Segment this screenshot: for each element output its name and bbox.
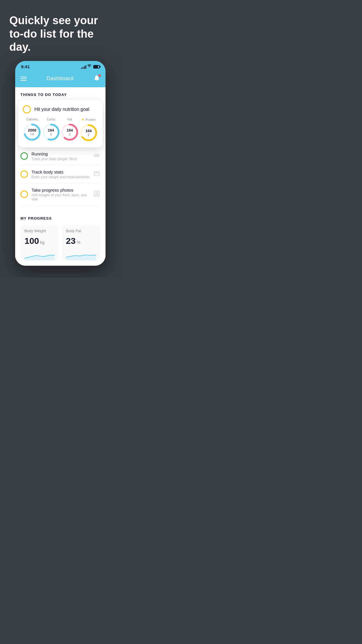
calories-unit: cal: [28, 132, 36, 136]
running-checkbox[interactable]: [20, 152, 28, 160]
carbs-donut: 164 g: [42, 123, 60, 141]
progress-cards: Body Weight 100 kg: [20, 225, 100, 266]
running-title: Running: [31, 151, 90, 156]
menu-button[interactable]: [20, 77, 27, 81]
carbs-value: 164: [48, 128, 54, 132]
status-bar: 9:41: [15, 61, 106, 71]
nutrition-circles: Calories 2000 cal: [23, 118, 98, 142]
progress-title: MY PROGRESS: [20, 216, 100, 220]
calories-donut: 2000 cal: [23, 123, 41, 141]
nutrition-calories: Calories 2000 cal: [23, 118, 41, 141]
todo-item-progress-photos[interactable]: Take progress photos Add images of your …: [20, 183, 100, 206]
battery-icon: [93, 65, 100, 69]
person-icon: [93, 190, 100, 199]
fat-label: Fat: [67, 118, 72, 121]
body-fat-card: Body Fat 23 %: [62, 225, 100, 260]
calories-value: 2000: [28, 128, 36, 132]
body-fat-value: 23: [66, 236, 75, 246]
nav-bar: Dashboard: [15, 71, 106, 87]
todo-item-body-stats[interactable]: Track body stats Enter your weight and m…: [20, 165, 100, 183]
body-fat-card-title: Body Fat: [66, 229, 96, 233]
body-weight-card-title: Body Weight: [24, 229, 55, 233]
things-to-do-section: THINGS TO DO TODAY: [15, 87, 106, 100]
protein-unit: g: [85, 133, 92, 136]
phone-mockup: 9:41: [15, 61, 106, 266]
hero-section: Quickly see your to-do list for the day.: [0, 0, 121, 61]
body-stats-subtitle: Enter your weight and measurements: [31, 175, 90, 179]
body-stats-title: Track body stats: [31, 169, 90, 174]
nutrition-checkbox[interactable]: [23, 105, 31, 113]
nutrition-card: Hit your daily nutrition goal Calories: [18, 100, 103, 147]
carbs-unit: g: [48, 132, 54, 136]
body-weight-chart: [24, 250, 55, 260]
body-fat-unit: %: [77, 240, 80, 245]
progress-photos-title: Take progress photos: [31, 188, 90, 192]
fat-donut: 164 g: [60, 123, 79, 141]
status-time: 9:41: [21, 64, 30, 69]
phone-content: THINGS TO DO TODAY Hit your daily nutrit…: [15, 87, 106, 266]
progress-section: MY PROGRESS Body Weight 100 kg: [15, 211, 106, 266]
todo-item-running[interactable]: Running Track your stats (target: 5km): [20, 147, 100, 165]
wifi-icon: [87, 64, 92, 69]
body-stats-checkbox[interactable]: [20, 170, 28, 178]
status-icons: [81, 64, 100, 69]
todo-list: Running Track your stats (target: 5km): [15, 147, 106, 206]
fat-value: 164: [66, 128, 73, 132]
shoe-icon: [93, 152, 100, 160]
running-subtitle: Track your stats (target: 5km): [31, 157, 90, 161]
star-icon: ★: [81, 118, 85, 122]
nutrition-protein: ★ Protein 164 g: [79, 118, 98, 142]
nutrition-fat: Fat 164 g: [60, 118, 79, 141]
things-to-do-title: THINGS TO DO TODAY: [20, 92, 67, 97]
signal-icon: [81, 65, 86, 69]
nutrition-carbs: Carbs 164 g: [42, 118, 60, 141]
progress-photos-checkbox[interactable]: [20, 190, 28, 198]
nutrition-goal-title: Hit your daily nutrition goal: [34, 107, 89, 112]
protein-donut: 164 g: [79, 123, 98, 142]
body-weight-card: Body Weight 100 kg: [20, 225, 59, 260]
progress-photos-subtitle: Add images of your front, back, and side: [31, 193, 90, 201]
carbs-label: Carbs: [47, 118, 55, 121]
svg-point-12: [96, 192, 98, 194]
hero-title: Quickly see your to-do list for the day.: [9, 14, 111, 54]
bottom-spacer: [0, 266, 121, 277]
scale-icon: [93, 170, 100, 178]
page-wrapper: Quickly see your to-do list for the day.…: [0, 0, 121, 277]
body-weight-value: 100: [24, 236, 39, 246]
body-weight-unit: kg: [40, 240, 45, 245]
protein-label: ★ Protein: [81, 118, 96, 122]
nav-title: Dashboard: [47, 76, 74, 82]
body-fat-chart: [66, 250, 96, 260]
notifications-button[interactable]: [93, 74, 100, 83]
notification-dot: [99, 74, 101, 77]
protein-value: 164: [85, 129, 92, 133]
fat-unit: g: [66, 132, 73, 136]
calories-label: Calories: [26, 118, 38, 121]
